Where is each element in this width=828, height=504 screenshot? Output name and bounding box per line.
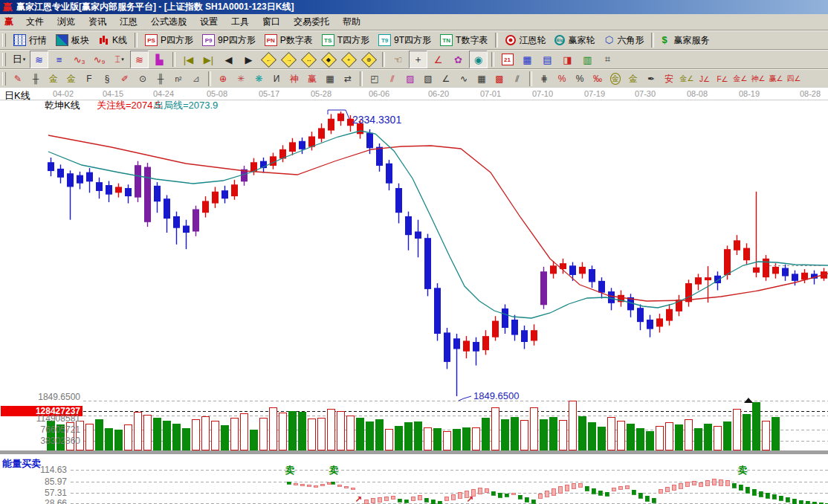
- gann-wheel-button[interactable]: 江恩轮: [501, 33, 550, 48]
- p-number-button[interactable]: PNP数字表: [260, 33, 317, 48]
- ratio-button[interactable]: ⋕: [535, 70, 553, 88]
- menu-item-1[interactable]: 浏览: [51, 16, 82, 28]
- export-button[interactable]: ▥: [578, 51, 597, 68]
- next-button[interactable]: ▶: [239, 51, 258, 68]
- gann-circle-button[interactable]: ⊕: [214, 70, 232, 88]
- menu-item-4[interactable]: 公式选股: [144, 16, 193, 28]
- candle-style-dropdown[interactable]: ⌶▾: [110, 51, 129, 68]
- fan-rays-button[interactable]: ⫽: [384, 70, 401, 88]
- t-number-button[interactable]: TNT数字表: [436, 33, 492, 48]
- gold2-angle-button[interactable]: 金∠: [731, 70, 749, 88]
- grid-b-button[interactable]: ▩: [491, 70, 508, 88]
- win-grid-button[interactable]: 赢: [303, 70, 321, 88]
- quotes-button[interactable]: 行情: [9, 33, 51, 48]
- pattern-b-button[interactable]: ▧: [419, 70, 437, 88]
- pct-button[interactable]: %: [571, 70, 589, 88]
- tick-lines-button[interactable]: ╫: [152, 70, 169, 88]
- menu-item-6[interactable]: 工具: [224, 16, 256, 28]
- crosshair-tool-button[interactable]: ＋: [409, 51, 427, 68]
- draw-pen-button[interactable]: ✎: [9, 70, 27, 88]
- wave9-button[interactable]: ∿9: [90, 51, 109, 68]
- calculator-button[interactable]: ▦: [518, 51, 537, 68]
- diamond-center-button[interactable]: ◆: [320, 51, 338, 68]
- kn-button[interactable]: И: [268, 70, 285, 88]
- chart-area[interactable]: 04-0204-1504-2405-0805-1705-2806-0606-20…: [0, 88, 828, 504]
- toolbar-grip[interactable]: [2, 53, 6, 66]
- diamond-plus-button[interactable]: +: [340, 51, 358, 68]
- shen-angle-button[interactable]: 神∠: [749, 70, 767, 88]
- brush-button[interactable]: ✐: [116, 70, 134, 88]
- shen-grid-button[interactable]: 神: [285, 70, 303, 88]
- brain-tool-button[interactable]: ◉: [469, 51, 488, 68]
- color-histogram-button[interactable]: ▙: [150, 51, 169, 68]
- t9-square-button[interactable]: T99T四方形: [374, 33, 436, 48]
- p-square-button[interactable]: PSP四方形: [140, 33, 198, 48]
- gold-line-button[interactable]: 金: [624, 70, 642, 88]
- web-button[interactable]: ❋: [250, 70, 268, 88]
- j-angle-button[interactable]: J∠: [696, 70, 714, 88]
- f-grid-button[interactable]: F: [80, 70, 98, 88]
- flower-tool-button[interactable]: ✿: [449, 51, 468, 68]
- notes-button[interactable]: ▤: [538, 51, 557, 68]
- menu-logo-icon[interactable]: 赢: [0, 16, 19, 28]
- menu-item-9[interactable]: 帮助: [336, 16, 367, 28]
- grid-lines-button[interactable]: ╫: [27, 70, 45, 88]
- menu-item-8[interactable]: 交易委托: [287, 16, 336, 28]
- winner-wheel-button[interactable]: Big赢家轮: [550, 33, 599, 48]
- menu-item-5[interactable]: 设置: [193, 16, 224, 28]
- t-square-button[interactable]: TST四方形: [317, 33, 374, 48]
- gold-angle-button[interactable]: 金∠: [678, 70, 696, 88]
- gold-circle-button[interactable]: 金: [607, 70, 624, 88]
- winner-service-button[interactable]: $赢家服务: [657, 33, 714, 48]
- circle-cycle-button[interactable]: ⊙: [134, 70, 152, 88]
- star-rays-button[interactable]: ✳: [232, 70, 250, 88]
- menu-item-2[interactable]: 资讯: [82, 16, 113, 28]
- hand-tool-button[interactable]: ☜: [389, 51, 407, 68]
- sectors-button[interactable]: 板块: [51, 33, 94, 48]
- num-grid-button[interactable]: ▦: [321, 70, 339, 88]
- remote-button[interactable]: ⌗: [598, 51, 617, 68]
- trend-angle-button[interactable]: ∠: [437, 70, 455, 88]
- save-button[interactable]: ◨: [558, 51, 577, 68]
- an-button[interactable]: 安: [660, 70, 678, 88]
- parallel-button[interactable]: ⫽: [508, 70, 526, 88]
- win-angle-button[interactable]: 赢∠: [767, 70, 785, 88]
- gold-grid2-button[interactable]: 金: [62, 70, 80, 88]
- p9-square-button[interactable]: P99P四方形: [198, 33, 260, 48]
- calendar-button[interactable]: 21: [498, 51, 517, 68]
- angle-tool-button[interactable]: ∠: [429, 51, 447, 68]
- permille-button[interactable]: ‰: [589, 70, 607, 88]
- pct-slash-button[interactable]: %: [553, 70, 571, 88]
- prev-button[interactable]: ◀: [219, 51, 238, 68]
- gold-grid1-button[interactable]: 金: [45, 70, 62, 88]
- menu-item-0[interactable]: 文件: [19, 16, 51, 28]
- wave3-button[interactable]: ∿3: [70, 51, 88, 68]
- diamond-cross-button[interactable]: ⊕: [360, 51, 378, 68]
- four-angle-button[interactable]: 四∠: [785, 70, 803, 88]
- menu-item-3[interactable]: 江恩: [113, 16, 144, 28]
- angle-flag-button[interactable]: ⊿: [187, 70, 205, 88]
- box-tool-button[interactable]: ◰: [366, 70, 384, 88]
- toolbar-grip[interactable]: [2, 33, 6, 47]
- pattern-a-button[interactable]: ▨: [401, 70, 419, 88]
- spiral-button[interactable]: §: [98, 70, 116, 88]
- hexagon-button[interactable]: ⬡六角形: [599, 33, 648, 48]
- kline-chart[interactable]: 04-0204-1504-2405-0805-1705-2806-0606-20…: [0, 88, 828, 504]
- info-panel-button[interactable]: ≡: [50, 51, 68, 68]
- menu-item-7[interactable]: 窗口: [256, 16, 287, 28]
- diamond-lr-button[interactable]: ↔: [300, 51, 318, 68]
- pen2-button[interactable]: ✒: [642, 70, 660, 88]
- last-page-button[interactable]: ▶|: [199, 51, 218, 68]
- span-arrows-button[interactable]: ⇄: [339, 70, 357, 88]
- red-pattern-button[interactable]: ≋: [130, 51, 149, 68]
- toolbar-grip[interactable]: [2, 72, 6, 85]
- qiankun-pattern-button[interactable]: ≋: [30, 51, 48, 68]
- zigzag-button[interactable]: ∿: [455, 70, 473, 88]
- first-page-button[interactable]: |◀: [179, 51, 198, 68]
- f-angle-button[interactable]: F∠: [714, 70, 731, 88]
- diamond-left-button[interactable]: ←: [259, 51, 278, 68]
- grid-a-button[interactable]: ▦: [473, 70, 491, 88]
- kline-button[interactable]: K线: [94, 33, 132, 48]
- n2-button[interactable]: n²: [169, 70, 187, 88]
- diamond-right-button[interactable]: →: [279, 51, 298, 68]
